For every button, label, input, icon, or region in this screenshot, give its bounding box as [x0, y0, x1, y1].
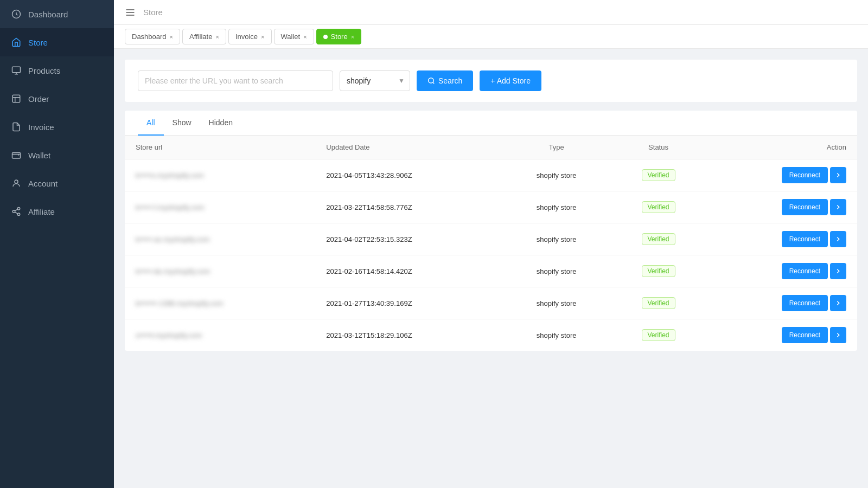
svg-point-4: [15, 180, 18, 183]
col-header-status: Status: [610, 136, 707, 159]
tab-close-icon[interactable]: ×: [170, 34, 173, 40]
reconnect-button[interactable]: Reconnect: [782, 231, 828, 247]
wallet-icon: [11, 150, 22, 160]
search-panel: shopify woocommerce magento ▼ Search + A…: [125, 60, 857, 102]
sidebar-item-store[interactable]: Store: [0, 28, 114, 56]
sidebar-item-label: Invoice: [28, 123, 54, 132]
more-actions-button[interactable]: [830, 263, 846, 279]
store-table: Store url Updated Date Type Status Actio…: [125, 136, 857, 351]
table-row: k•••••-se.myshopify.com 2021-04-02T22:53…: [125, 223, 857, 255]
reconnect-button[interactable]: Reconnect: [782, 199, 828, 215]
tab-affiliate[interactable]: Affiliate ×: [182, 29, 226, 44]
reconnect-button[interactable]: Reconnect: [782, 327, 828, 343]
status-badge: Verified: [642, 233, 675, 245]
tab-label: Affiliate: [189, 33, 212, 41]
sidebar-item-order[interactable]: Order: [0, 85, 114, 113]
more-actions-button[interactable]: [830, 295, 846, 311]
reconnect-button[interactable]: Reconnect: [782, 295, 828, 311]
invoice-icon: [11, 121, 22, 132]
status-badge: Verified: [642, 201, 675, 213]
svg-rect-3: [12, 153, 21, 159]
sidebar-item-wallet[interactable]: Wallet: [0, 141, 114, 169]
reconnect-button[interactable]: Reconnect: [782, 263, 828, 279]
store-url-text: b•••••••-1386.myshopify.com: [136, 299, 224, 307]
updated-date-cell: 2021-03-22T14:58:58.776Z: [315, 191, 502, 223]
col-header-action: Action: [706, 136, 857, 159]
filter-tab-all[interactable]: All: [138, 111, 164, 136]
svg-point-5: [17, 208, 20, 210]
table-row: k•••••-de.myshopify.com 2021-02-16T14:58…: [125, 255, 857, 287]
sidebar-item-label: Products: [28, 66, 60, 75]
filter-tab-hidden[interactable]: Hidden: [200, 111, 241, 136]
svg-point-6: [12, 210, 15, 213]
sidebar-item-account[interactable]: Account: [0, 169, 114, 197]
status-badge: Verified: [642, 169, 675, 181]
affiliate-icon: [11, 206, 22, 217]
store-icon: [11, 37, 22, 48]
sidebar-item-invoice[interactable]: Invoice: [0, 113, 114, 141]
action-cell: Reconnect: [706, 223, 857, 255]
tab-close-icon[interactable]: ×: [261, 34, 264, 40]
status-badge: Verified: [642, 329, 675, 341]
tab-dashboard[interactable]: Dashboard ×: [125, 29, 180, 44]
type-cell: shopify store: [503, 159, 610, 191]
tab-invoice[interactable]: Invoice ×: [228, 29, 272, 44]
action-cell: Reconnect: [706, 191, 857, 223]
tab-store[interactable]: Store ×: [316, 29, 362, 44]
filter-tab-label: Hidden: [209, 118, 233, 127]
more-actions-button[interactable]: [830, 327, 846, 343]
page-title: Store: [143, 8, 163, 17]
action-cell: Reconnect: [706, 255, 857, 287]
store-url-text: k•••••-de.myshopify.com: [136, 267, 210, 275]
filter-tab-show[interactable]: Show: [164, 111, 200, 136]
status-cell: Verified: [610, 287, 707, 319]
status-cell: Verified: [610, 319, 707, 351]
type-cell: shopify store: [503, 223, 610, 255]
dashboard-icon: [11, 9, 22, 20]
add-store-button[interactable]: + Add Store: [480, 70, 541, 91]
store-url-cell: k•••••-de.myshopify.com: [125, 255, 315, 287]
more-actions-button[interactable]: [830, 199, 846, 215]
more-actions-button[interactable]: [830, 167, 846, 183]
sidebar-item-dashboard[interactable]: Dashboard: [0, 0, 114, 28]
tab-close-icon[interactable]: ×: [351, 34, 354, 40]
sidebar-item-label: Dashboard: [28, 10, 68, 19]
products-icon: [11, 65, 22, 76]
action-cell: Reconnect: [706, 159, 857, 191]
content-area: shopify woocommerce magento ▼ Search + A…: [114, 49, 868, 488]
table-row: k•••••o.myshopify.com 2021-04-05T13:43:2…: [125, 159, 857, 191]
sidebar-item-label: Order: [28, 94, 49, 104]
account-icon: [11, 178, 22, 189]
tabs-bar: Dashboard × Affiliate × Invoice × Wallet…: [114, 25, 868, 49]
more-actions-button[interactable]: [830, 231, 846, 247]
tab-label: Store: [331, 33, 348, 41]
table-row: b•••••••-1386.myshopify.com 2021-01-27T1…: [125, 287, 857, 319]
search-button-label: Search: [438, 76, 462, 85]
data-panel: All Show Hidden Store url Updated Date T…: [125, 111, 857, 351]
type-cell: shopify store: [503, 255, 610, 287]
updated-date-cell: 2021-04-05T13:43:28.906Z: [315, 159, 502, 191]
tab-close-icon[interactable]: ×: [303, 34, 307, 40]
dropdown-wrapper: shopify woocommerce magento ▼: [340, 70, 410, 91]
platform-select[interactable]: shopify woocommerce magento: [340, 70, 410, 91]
menu-icon[interactable]: [125, 7, 136, 18]
store-url-text: k•••••o.myshopify.com: [136, 171, 204, 179]
header-bar: Store: [114, 0, 868, 25]
tab-label: Invoice: [235, 33, 258, 41]
reconnect-button[interactable]: Reconnect: [782, 167, 828, 183]
tab-close-icon[interactable]: ×: [215, 34, 219, 40]
add-store-label: + Add Store: [490, 76, 531, 85]
sidebar-item-label: Wallet: [28, 151, 50, 160]
search-button[interactable]: Search: [417, 70, 473, 91]
store-url-text: k•••••-se.myshopify.com: [136, 235, 210, 243]
tab-wallet[interactable]: Wallet ×: [274, 29, 314, 44]
sidebar-item-affiliate[interactable]: Affiliate: [0, 197, 114, 226]
sidebar-item-label: Store: [28, 38, 48, 47]
store-url-cell: s•••••t.myshopify.com: [125, 319, 315, 351]
sidebar-item-label: Account: [28, 179, 58, 188]
type-cell: shopify store: [503, 287, 610, 319]
sidebar-item-products[interactable]: Products: [0, 56, 114, 85]
svg-point-7: [17, 213, 20, 216]
search-input[interactable]: [138, 70, 333, 91]
col-header-url: Store url: [125, 136, 315, 159]
